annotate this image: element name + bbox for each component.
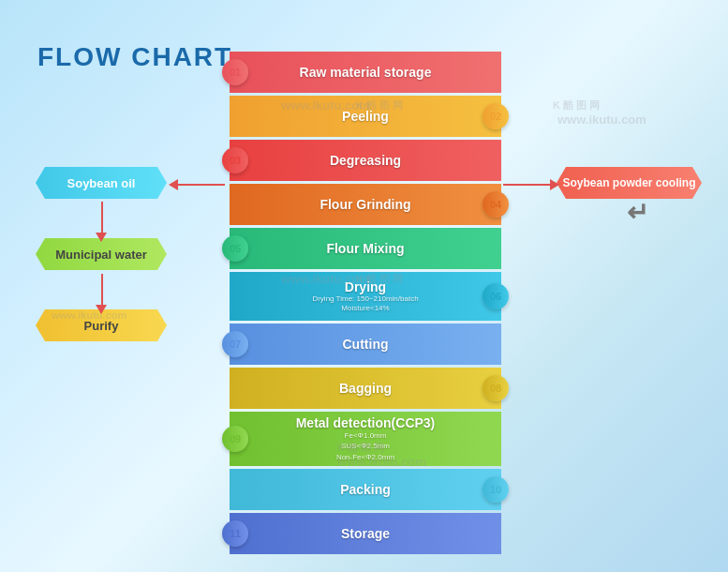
arrow-water-down xyxy=(101,274,103,308)
flow-step-7: Cutting 07 xyxy=(230,324,501,365)
step-9-label: Metal detection(CCP3) Fe<Φ1.0mmSUS<Φ2.5m… xyxy=(296,415,436,462)
step-4-label: Flour Grinding xyxy=(319,197,410,212)
flow-step-3: Degreasing 03 xyxy=(230,140,501,181)
flow-step-9: Metal detection(CCP3) Fe<Φ1.0mmSUS<Φ2.5m… xyxy=(230,412,501,466)
step-5-circle: 05 xyxy=(222,235,248,262)
flow-chart-center: Raw material storage 01 Peeling 02 Degre… xyxy=(230,52,501,557)
flow-step-6: Drying Drying Time: 150~210min/batchMois… xyxy=(230,272,501,321)
municipal-water-label: Municipal water xyxy=(55,248,147,262)
soybean-powder-box: Soybean powder cooling xyxy=(557,167,702,199)
step-7-circle: 07 xyxy=(222,331,248,357)
step-10-circle: 10 xyxy=(483,476,509,503)
arrow-head-down-2 xyxy=(96,305,107,314)
step-3-circle: 03 xyxy=(222,147,248,173)
curved-arrow-right: ↵ xyxy=(627,197,648,228)
step-8-label: Bagging xyxy=(339,381,392,396)
step-6-circle: 06 xyxy=(483,283,509,309)
arrow-step3-to-right xyxy=(503,179,559,190)
step-1-circle: 01 xyxy=(222,59,248,85)
step-5-label: Flour Mixing xyxy=(326,241,404,256)
step-7-label: Cutting xyxy=(343,337,389,352)
watermark-logo-3: K 酷 图 网 xyxy=(553,98,600,113)
watermark-4: www.ikutu.com xyxy=(557,113,646,127)
flow-step-5: Flour Mixing 05 xyxy=(230,228,501,269)
flow-step-2: Peeling 02 xyxy=(230,96,501,137)
arrow-head-left-1 xyxy=(169,179,178,190)
arrow-line-2 xyxy=(503,184,550,186)
step-4-circle: 04 xyxy=(483,191,509,218)
arrow-head-right-1 xyxy=(550,179,559,190)
flow-step-11: Storage 11 xyxy=(230,513,501,554)
step-2-circle: 02 xyxy=(483,103,509,129)
soybean-oil-box: Soybean oil xyxy=(36,167,167,199)
step-9-circle: 09 xyxy=(222,426,248,452)
step-11-circle: 11 xyxy=(222,520,248,547)
purify-box: Purify xyxy=(36,309,167,341)
page-title: FLOW CHART xyxy=(37,42,232,72)
step-8-circle: 08 xyxy=(483,375,509,401)
step-6-label: Drying Drying Time: 150~210min/batchMois… xyxy=(312,279,418,314)
flow-step-1: Raw material storage 01 xyxy=(230,52,501,93)
step-11-label: Storage xyxy=(341,526,390,541)
step-10-label: Packing xyxy=(340,482,391,497)
purify-label: Purify xyxy=(84,319,119,333)
arrow-head-down-1 xyxy=(96,233,107,242)
soybean-oil-label: Soybean oil xyxy=(67,176,136,190)
arrow-soybean-down xyxy=(101,202,103,235)
flow-step-4: Flour Grinding 04 xyxy=(230,184,501,225)
soybean-powder-label: Soybean powder cooling xyxy=(562,176,695,189)
municipal-water-box: Municipal water xyxy=(36,238,167,270)
flow-step-8: Bagging 08 xyxy=(230,368,501,409)
step-3-label: Degreasing xyxy=(330,153,401,168)
arrow-soybean-to-step3 xyxy=(169,179,225,190)
arrow-line-1 xyxy=(178,184,225,186)
step-2-label: Peeling xyxy=(342,109,389,124)
flow-step-10: Packing 10 xyxy=(230,469,501,510)
step-1-label: Raw material storage xyxy=(300,65,432,80)
